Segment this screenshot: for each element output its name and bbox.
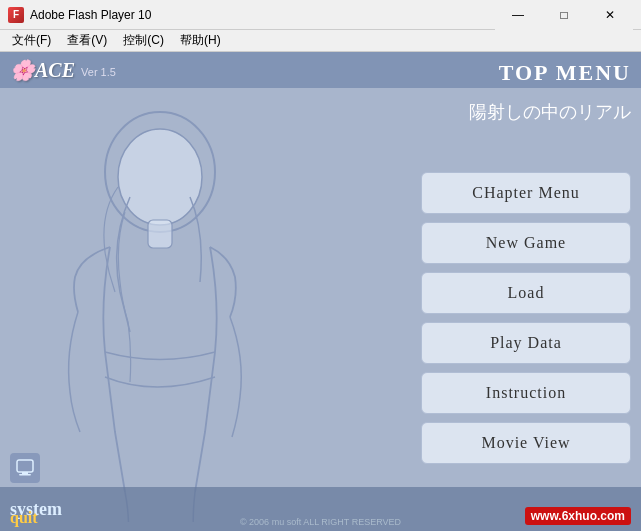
svg-point-1 <box>118 129 202 225</box>
menu-control[interactable]: 控制(C) <box>115 30 172 51</box>
maximize-button[interactable]: □ <box>541 0 587 30</box>
menu-view[interactable]: 查看(V) <box>59 30 115 51</box>
watermark-text: www.6xhuo.com <box>525 507 631 525</box>
chapter-menu-button[interactable]: CHapter Menu <box>421 172 631 214</box>
load-button[interactable]: Load <box>421 272 631 314</box>
jp-subtitle: 陽射しの中のリアル <box>469 100 631 124</box>
svg-rect-4 <box>22 472 28 474</box>
movie-view-button[interactable]: Movie View <box>421 422 631 464</box>
buttons-panel: CHapter Menu New Game Load Play Data Ins… <box>421 172 631 464</box>
svg-rect-3 <box>17 460 33 472</box>
app-icon: F <box>8 7 24 23</box>
character-illustration <box>0 82 380 522</box>
game-area: 🌸ACE Ver 1.5 TOP MENU 陽射しの中のリアル <box>0 52 641 531</box>
logo-ace: 🌸ACE <box>10 58 75 82</box>
play-data-button[interactable]: Play Data <box>421 322 631 364</box>
close-button[interactable]: ✕ <box>587 0 633 30</box>
new-game-button[interactable]: New Game <box>421 222 631 264</box>
svg-rect-5 <box>19 474 31 476</box>
copyright-text: © 2006 mu soft ALL RIGHT RESERVED <box>240 517 401 527</box>
quit-link[interactable]: quit <box>10 509 38 527</box>
menu-file[interactable]: 文件(F) <box>4 30 59 51</box>
window-title: Adobe Flash Player 10 <box>30 8 495 22</box>
system-icon <box>10 453 40 483</box>
logo-version: Ver 1.5 <box>81 66 116 78</box>
title-bar: F Adobe Flash Player 10 — □ ✕ <box>0 0 641 30</box>
menu-help[interactable]: 帮助(H) <box>172 30 229 51</box>
top-menu-label: TOP MENU <box>499 60 631 86</box>
svg-rect-2 <box>148 220 172 248</box>
window-controls: — □ ✕ <box>495 0 633 30</box>
instruction-button[interactable]: Instruction <box>421 372 631 414</box>
minimize-button[interactable]: — <box>495 0 541 30</box>
menu-bar: 文件(F) 查看(V) 控制(C) 帮助(H) <box>0 30 641 52</box>
